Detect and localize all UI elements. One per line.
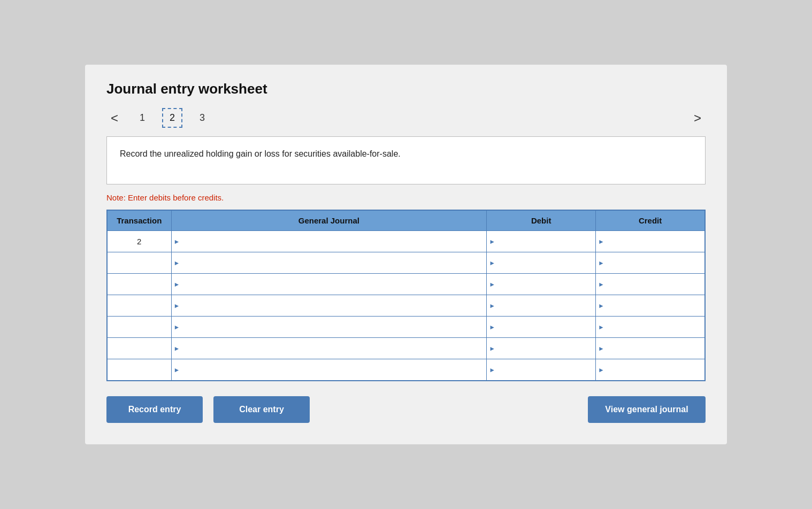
next-arrow[interactable]: > <box>690 110 706 127</box>
general-arrow-5: ► <box>172 345 182 352</box>
general-journal-cell-4[interactable]: ► <box>171 317 487 338</box>
col-header-credit: Credit <box>596 210 705 231</box>
nav-row: < 1 2 3 > <box>106 108 706 128</box>
credit-arrow-4: ► <box>596 323 607 331</box>
transaction-cell-2 <box>107 274 171 295</box>
debit-arrow-6: ► <box>487 366 497 374</box>
instruction-box: Record the unrealized holding gain or lo… <box>106 136 706 184</box>
transaction-cell-6 <box>107 359 171 381</box>
debit-cell-2[interactable]: ► <box>487 274 596 295</box>
table-row: ►►► <box>107 338 705 359</box>
credit-cell-4[interactable]: ► <box>596 317 705 338</box>
debit-arrow-1: ► <box>487 259 497 267</box>
debit-input-3[interactable] <box>497 295 595 316</box>
credit-cell-3[interactable]: ► <box>596 295 705 317</box>
credit-cell-5[interactable]: ► <box>596 338 705 359</box>
instruction-text: Record the unrealized holding gain or lo… <box>120 149 401 158</box>
debit-arrow-0: ► <box>487 238 497 245</box>
col-header-transaction: Transaction <box>107 210 171 231</box>
debit-cell-5[interactable]: ► <box>487 338 596 359</box>
page-title: Journal entry worksheet <box>106 81 706 97</box>
credit-cell-2[interactable]: ► <box>596 274 705 295</box>
general-arrow-3: ► <box>172 302 182 310</box>
debit-arrow-2: ► <box>487 281 497 288</box>
debit-input-0[interactable] <box>497 231 595 252</box>
view-journal-button[interactable]: View general journal <box>588 396 706 423</box>
credit-arrow-3: ► <box>596 302 607 310</box>
credit-input-2[interactable] <box>607 274 704 295</box>
general-journal-cell-5[interactable]: ► <box>171 338 487 359</box>
credit-arrow-0: ► <box>596 238 607 245</box>
credit-cell-0[interactable]: ► <box>596 231 705 252</box>
credit-input-4[interactable] <box>607 317 704 337</box>
journal-table: Transaction General Journal Debit Credit… <box>106 210 706 381</box>
table-row: ►►► <box>107 252 705 274</box>
general-arrow-2: ► <box>172 281 182 288</box>
nav-item-3[interactable]: 3 <box>193 109 211 127</box>
credit-input-1[interactable] <box>607 252 704 273</box>
general-journal-cell-1[interactable]: ► <box>171 252 487 274</box>
record-entry-button[interactable]: Record entry <box>106 396 203 423</box>
transaction-cell-0: 2 <box>107 231 171 252</box>
general-journal-cell-0[interactable]: ► <box>171 231 487 252</box>
credit-arrow-6: ► <box>596 366 607 374</box>
credit-input-6[interactable] <box>607 359 704 380</box>
debit-arrow-5: ► <box>487 345 497 352</box>
nav-item-2[interactable]: 2 <box>162 108 182 128</box>
table-row: ►►► <box>107 359 705 381</box>
debit-input-1[interactable] <box>497 252 595 273</box>
general-journal-input-5[interactable] <box>182 338 486 359</box>
general-journal-input-3[interactable] <box>182 295 486 316</box>
credit-input-0[interactable] <box>607 231 704 252</box>
table-row: ►►► <box>107 274 705 295</box>
general-arrow-4: ► <box>172 323 182 331</box>
table-row: ►►► <box>107 317 705 338</box>
credit-arrow-2: ► <box>596 281 607 288</box>
general-journal-input-1[interactable] <box>182 252 486 273</box>
credit-arrow-5: ► <box>596 345 607 352</box>
debit-input-2[interactable] <box>497 274 595 295</box>
buttons-row: Record entry Clear entry View general jo… <box>106 396 706 423</box>
transaction-cell-3 <box>107 295 171 317</box>
note-text: Note: Enter debits before credits. <box>106 193 706 202</box>
credit-cell-6[interactable]: ► <box>596 359 705 381</box>
credit-cell-1[interactable]: ► <box>596 252 705 274</box>
general-arrow-0: ► <box>172 238 182 245</box>
debit-cell-1[interactable]: ► <box>487 252 596 274</box>
general-journal-cell-2[interactable]: ► <box>171 274 487 295</box>
table-row: 2►►► <box>107 231 705 252</box>
general-journal-input-4[interactable] <box>182 317 486 337</box>
prev-arrow[interactable]: < <box>106 110 122 127</box>
debit-cell-6[interactable]: ► <box>487 359 596 381</box>
nav-item-1[interactable]: 1 <box>133 109 151 127</box>
debit-input-6[interactable] <box>497 359 595 380</box>
general-journal-input-2[interactable] <box>182 274 486 295</box>
credit-input-5[interactable] <box>607 338 704 359</box>
debit-input-4[interactable] <box>497 317 595 337</box>
clear-entry-button[interactable]: Clear entry <box>213 396 310 423</box>
debit-arrow-4: ► <box>487 323 497 331</box>
credit-input-3[interactable] <box>607 295 704 316</box>
col-header-debit: Debit <box>487 210 596 231</box>
debit-input-5[interactable] <box>497 338 595 359</box>
general-journal-input-6[interactable] <box>182 359 486 380</box>
transaction-cell-4 <box>107 317 171 338</box>
table-row: ►►► <box>107 295 705 317</box>
transaction-cell-1 <box>107 252 171 274</box>
general-journal-input-0[interactable] <box>182 231 486 252</box>
general-journal-cell-6[interactable]: ► <box>171 359 487 381</box>
col-header-general: General Journal <box>171 210 487 231</box>
general-journal-cell-3[interactable]: ► <box>171 295 487 317</box>
debit-cell-4[interactable]: ► <box>487 317 596 338</box>
general-arrow-1: ► <box>172 259 182 267</box>
debit-arrow-3: ► <box>487 302 497 310</box>
debit-cell-0[interactable]: ► <box>487 231 596 252</box>
main-container: Journal entry worksheet < 1 2 3 > Record… <box>85 65 727 444</box>
debit-cell-3[interactable]: ► <box>487 295 596 317</box>
credit-arrow-1: ► <box>596 259 607 267</box>
transaction-cell-5 <box>107 338 171 359</box>
general-arrow-6: ► <box>172 366 182 374</box>
